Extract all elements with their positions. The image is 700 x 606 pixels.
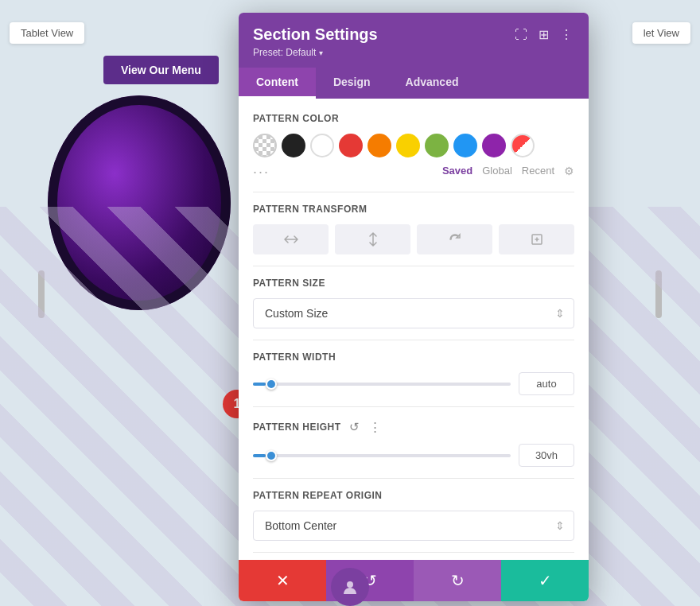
color-tabs-row: Saved Global Recent ⚙ [442,165,574,177]
expand-icon[interactable]: ⛶ [513,26,529,44]
transform-buttons [253,224,574,254]
modal-header: Section Settings ⛶ ⊞ ⋮ Preset: Default ▾ [239,13,589,68]
color-tab-global[interactable]: Global [482,165,512,177]
pattern-height-more-icon[interactable]: ⋮ [368,418,383,436]
color-swatch-orange[interactable] [368,134,391,157]
columns-icon[interactable]: ⊞ [537,25,550,44]
color-swatches-row [253,134,574,157]
pattern-height-section: Pattern Height ↺ ⋮ [253,418,574,467]
pattern-width-slider-track[interactable] [253,383,511,386]
cancel-button[interactable]: ✕ [239,560,326,601]
person-icon [341,578,359,596]
modal-body: Pattern Color [239,99,589,560]
modal-footer: ✕ ↺ ↻ ✓ [239,560,589,601]
pattern-height-slider-thumb[interactable] [266,450,277,461]
pattern-height-undo-icon[interactable]: ↺ [348,418,361,436]
cancel-icon: ✕ [276,571,290,590]
more-options-icon[interactable]: ⋮ [558,25,574,44]
pattern-height-slider-row [253,444,574,467]
divider-5 [253,478,574,479]
color-swatch-red[interactable] [339,134,363,157]
preset-arrow-icon: ▾ [319,49,323,57]
pattern-size-section: Pattern Size Custom Size ⇕ [253,278,574,328]
color-swatch-white[interactable] [310,134,334,157]
color-swatch-transparent[interactable] [253,134,277,157]
tab-content[interactable]: Content [239,68,316,99]
pattern-width-label: Pattern Width [253,352,574,363]
color-swatch-purple[interactable] [482,134,506,157]
bottom-avatar[interactable] [331,568,369,606]
svg-point-1 [347,581,353,588]
modal-overlay: Section Settings ⛶ ⊞ ⋮ Preset: Default ▾… [0,0,700,606]
pattern-transform-label: Pattern Transform [253,204,574,215]
pattern-repeat-origin-select[interactable]: Bottom Center [253,511,574,541]
pattern-color-section: Pattern Color [253,113,574,181]
pattern-repeat-origin-label: Pattern Repeat Origin [253,490,574,501]
pattern-height-label: Pattern Height [253,421,341,433]
pattern-transform-section: Pattern Transform [253,204,574,254]
pattern-height-input[interactable] [519,444,574,467]
color-swatch-black[interactable] [282,134,305,157]
color-swatch-green[interactable] [425,134,449,157]
tab-advanced[interactable]: Advanced [388,68,476,99]
pattern-size-select[interactable]: Custom Size [253,298,574,328]
flip-vertical-button[interactable] [335,224,410,254]
pattern-height-slider-fill [253,454,266,457]
pattern-width-slider-fill [253,383,266,386]
pattern-width-slider-row [253,372,574,395]
tab-design[interactable]: Design [316,68,388,99]
pattern-width-section: Pattern Width [253,352,574,395]
divider-3 [253,340,574,340]
pattern-color-label: Pattern Color [253,113,574,124]
divider-4 [253,406,574,407]
rotate-button[interactable] [417,224,492,254]
pattern-repeat-origin-section: Pattern Repeat Origin Bottom Center ⇕ [253,490,574,541]
modal-title: Section Settings [253,25,378,44]
section-settings-modal: Section Settings ⛶ ⊞ ⋮ Preset: Default ▾… [239,13,589,601]
reset-button[interactable] [499,224,574,254]
pattern-width-slider-thumb[interactable] [266,379,277,390]
flip-horizontal-button[interactable] [253,224,329,254]
color-tab-saved[interactable]: Saved [442,165,472,177]
color-swatch-blue[interactable] [453,134,477,157]
modal-header-icons: ⛶ ⊞ ⋮ [513,25,574,44]
redo-icon: ↻ [451,571,465,590]
preset-label: Preset: Default [253,47,316,58]
modal-header-top: Section Settings ⛶ ⊞ ⋮ [253,25,574,44]
pattern-height-slider-track[interactable] [253,454,511,457]
divider-6 [253,552,574,553]
save-button[interactable]: ✓ [501,560,589,601]
divider-1 [253,192,574,192]
color-settings-icon[interactable]: ⚙ [564,165,574,177]
color-tab-recent[interactable]: Recent [522,165,554,177]
pattern-size-label: Pattern Size [253,278,574,289]
modal-tabs: Content Design Advanced [239,68,589,99]
divider-2 [253,266,574,266]
pattern-size-select-wrapper: Custom Size ⇕ [253,298,574,328]
pattern-height-label-row: Pattern Height ↺ ⋮ [253,418,574,436]
modal-preset[interactable]: Preset: Default ▾ [253,47,574,58]
color-swatch-yellow[interactable] [396,134,420,157]
color-swatch-gradient[interactable] [511,134,535,157]
pattern-repeat-origin-select-wrapper: Bottom Center ⇕ [253,511,574,541]
pattern-width-input[interactable] [519,372,574,395]
redo-button[interactable]: ↻ [414,560,501,601]
save-icon: ✓ [539,571,552,590]
more-colors-dots[interactable]: ··· [253,164,270,181]
